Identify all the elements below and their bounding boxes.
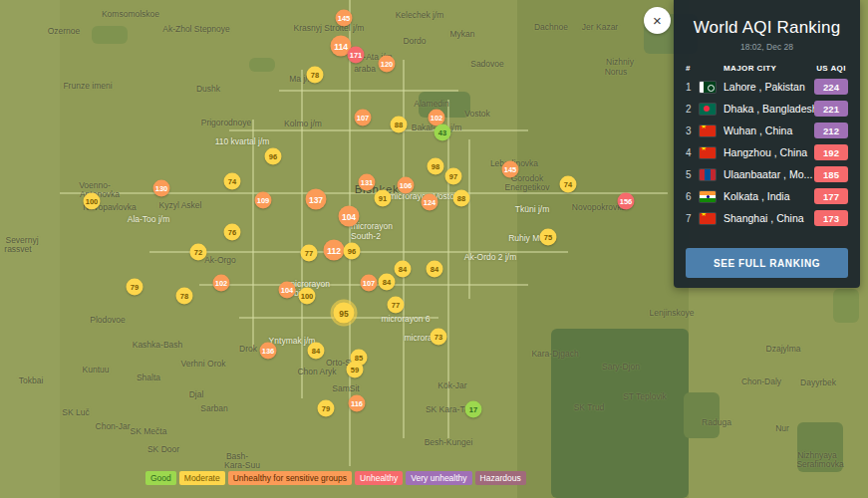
aqi-marker[interactable]: 78	[307, 67, 324, 84]
aqi-marker[interactable]: 100	[299, 288, 316, 305]
map-label: Sarban	[200, 403, 227, 413]
aqi-marker[interactable]: 91	[375, 190, 392, 207]
city-name: Shanghai , China	[723, 212, 814, 224]
see-full-ranking-button[interactable]: SEE FULL RANKING	[686, 248, 848, 278]
aqi-badge: 185	[814, 166, 848, 182]
map-label: Kara-Djgach	[531, 349, 578, 359]
map-label: Dzajylma	[766, 344, 801, 354]
legend-item-good: Good	[145, 471, 176, 485]
aqi-marker[interactable]: 59	[347, 362, 364, 378]
aqi-marker[interactable]: 102	[213, 275, 230, 292]
ranking-row[interactable]: 3Wuhan , China212	[686, 120, 848, 141]
close-panel-button[interactable]: ×	[644, 7, 671, 34]
ranking-rows: 1Lahore , Pakistan2242Dhaka , Bangladesh…	[686, 76, 848, 229]
ranking-row[interactable]: 7Shanghai , China173	[686, 207, 848, 229]
china-flag-icon	[700, 213, 716, 224]
aqi-marker[interactable]: 43	[434, 124, 451, 141]
map-label: Kök-Jar	[437, 380, 466, 390]
map-label: SK Mečta	[131, 426, 167, 436]
aqi-marker[interactable]: 98	[428, 158, 444, 175]
aqi-legend: GoodModerateUnhealthy for sensitive grou…	[145, 471, 526, 485]
aqi-marker[interactable]: 79	[318, 400, 335, 417]
aqi-marker[interactable]: 77	[388, 297, 405, 314]
map-label: Sadovoe	[470, 59, 504, 69]
aqi-marker[interactable]: 76	[224, 224, 241, 241]
map-label: Vostok	[464, 109, 490, 119]
aqi-marker[interactable]: 73	[431, 329, 447, 346]
rank-number: 6	[686, 191, 700, 202]
city-name: Lahore , Pakistan	[723, 81, 814, 93]
map-label: Besh-Kungei	[425, 437, 473, 447]
aqi-marker[interactable]: 107	[361, 275, 378, 292]
aqi-marker[interactable]: 17	[465, 401, 482, 418]
ranking-row[interactable]: 6Kolkata , India177	[686, 185, 848, 207]
ranking-row[interactable]: 2Dhaka , Bangladesh221	[686, 98, 848, 120]
map-canvas[interactable]: KomsomolskoeOzernoeAk-Zhol StepnoyeKrasn…	[0, 0, 868, 498]
map-label: Mykan	[449, 29, 474, 39]
aqi-marker[interactable]: 100	[84, 193, 101, 210]
mongolia-flag-icon	[700, 169, 716, 180]
rank-number: 4	[686, 147, 700, 158]
map-label: Ak-Orgo	[204, 255, 236, 265]
aqi-marker[interactable]: 96	[344, 243, 361, 260]
aqi-marker[interactable]: 131	[359, 174, 376, 191]
aqi-marker[interactable]: 97	[445, 168, 462, 185]
aqi-marker[interactable]: 104	[279, 282, 296, 299]
rank-number: 2	[686, 104, 700, 115]
pakistan-flag-icon	[700, 82, 716, 93]
aqi-marker[interactable]: 106	[398, 177, 415, 194]
aqi-marker[interactable]: 74	[560, 176, 577, 193]
aqi-marker[interactable]: 88	[453, 190, 470, 207]
ranking-panel: World AQI Ranking 18:02, Dec 28 # MAJOR …	[674, 0, 860, 288]
map-label: Sary-Djon	[602, 362, 640, 372]
aqi-marker[interactable]: 78	[176, 288, 193, 305]
aqi-marker[interactable]: 88	[391, 117, 408, 133]
legend-item-hazardous: Hazardous	[475, 471, 526, 485]
aqi-marker[interactable]: 156	[618, 193, 635, 210]
aqi-marker[interactable]: 84	[308, 343, 325, 360]
aqi-marker[interactable]: 75	[540, 229, 557, 246]
aqi-marker[interactable]: 112	[324, 240, 345, 261]
map-label: Ala-Too j/m	[128, 214, 170, 224]
aqi-marker[interactable]: 72	[190, 244, 207, 261]
aqi-marker[interactable]: 96	[265, 148, 282, 165]
legend-item-unhealthy-for-sensitive-groups: Unhealthy for sensitive groups	[228, 471, 352, 485]
aqi-marker[interactable]: 130	[153, 180, 170, 197]
aqi-marker[interactable]: 145	[336, 10, 353, 27]
aqi-marker[interactable]: 74	[224, 173, 241, 190]
aqi-marker[interactable]: 136	[260, 343, 277, 360]
aqi-marker[interactable]: 77	[301, 245, 318, 262]
city-name: Ulaanbaatar , Mo...	[723, 168, 814, 180]
aqi-marker[interactable]: 116	[349, 395, 366, 412]
col-aqi: US AQI	[814, 64, 848, 73]
map-label: Dordo	[403, 36, 426, 46]
map-label: South-2	[351, 231, 381, 241]
aqi-marker[interactable]: 109	[255, 192, 272, 209]
aqi-marker[interactable]: 171	[348, 47, 365, 64]
aqi-marker[interactable]: 120	[379, 56, 396, 73]
aqi-marker[interactable]: 107	[355, 110, 372, 126]
map-label: ST Teplovik	[623, 391, 667, 401]
ranking-row[interactable]: 5Ulaanbaatar , Mo...185	[686, 163, 848, 185]
aqi-marker[interactable]: 84	[427, 261, 443, 278]
aqi-marker[interactable]: 124	[422, 194, 438, 211]
ranking-row[interactable]: 4Hangzhou , China192	[686, 141, 848, 163]
map-label: Kolmo j/m	[284, 119, 322, 128]
aqi-marker[interactable]: 95	[334, 303, 355, 324]
map-label: Shalta	[137, 373, 160, 382]
aqi-marker[interactable]: 84	[395, 261, 412, 278]
map-label: SK Door	[147, 444, 179, 454]
road-line	[252, 120, 254, 349]
aqi-marker[interactable]: 79	[127, 279, 144, 296]
rank-number: 5	[686, 169, 700, 180]
aqi-marker[interactable]: 104	[339, 206, 360, 227]
city-name: Wuhan , China	[723, 124, 814, 136]
aqi-marker[interactable]: 84	[379, 274, 396, 291]
park-patch	[249, 58, 275, 72]
ranking-row[interactable]: 1Lahore , Pakistan224	[686, 76, 848, 98]
aqi-marker[interactable]: 145	[502, 161, 519, 178]
aqi-marker[interactable]: 137	[306, 189, 327, 210]
map-label: SK Luč	[62, 407, 89, 417]
map-label: Nur	[775, 423, 789, 433]
map-label: Verhni Orok	[181, 359, 226, 369]
